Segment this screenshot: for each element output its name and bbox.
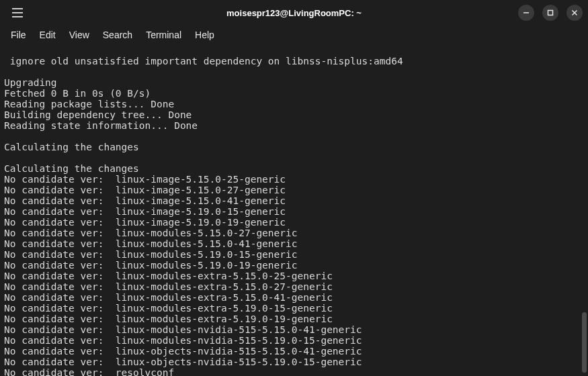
terminal-line: No candidate ver: linux-modules-5.19.0-1…: [4, 249, 584, 260]
terminal-line: ignore old unsatisfied important depende…: [4, 56, 584, 66]
terminal-line: Fetched 0 B in 0s (0 B/s): [4, 88, 584, 99]
menu-file[interactable]: File: [4, 27, 33, 43]
menu-search[interactable]: Search: [96, 27, 139, 43]
terminal-line: [4, 152, 584, 163]
terminal-line: Reading state information... Done: [4, 120, 584, 131]
terminal-line: Building dependency tree... Done: [4, 109, 584, 120]
terminal-line: No candidate ver: linux-modules-extra-5.…: [4, 271, 584, 281]
scrollbar-track[interactable]: [581, 44, 588, 376]
terminal-line: Upgrading: [4, 77, 584, 88]
svg-rect-1: [548, 11, 553, 15]
terminal-line: No candidate ver: linux-modules-extra-5.…: [4, 292, 584, 303]
titlebar: moisespr123@LivingRoomPC: ~: [0, 0, 588, 26]
maximize-button[interactable]: [542, 5, 558, 21]
terminal-line: No candidate ver: linux-image-5.15.0-25-…: [4, 174, 584, 185]
minimize-icon: [523, 9, 530, 16]
terminal-line: No candidate ver: linux-modules-extra-5.…: [4, 281, 584, 292]
terminal-line: No candidate ver: linux-modules-nvidia-5…: [4, 335, 584, 346]
terminal-line: No candidate ver: linux-image-5.15.0-27-…: [4, 185, 584, 195]
terminal-line: Reading package lists... Done: [4, 99, 584, 109]
terminal-line: Calculating the changes: [4, 163, 584, 174]
terminal-line: Calculating the changes: [4, 142, 584, 152]
menu-help[interactable]: Help: [188, 27, 221, 43]
terminal-line: No candidate ver: linux-objects-nvidia-5…: [4, 346, 584, 357]
close-icon: [571, 9, 578, 16]
terminal-line: No candidate ver: linux-image-5.15.0-41-…: [4, 195, 584, 206]
terminal-line: No candidate ver: linux-modules-5.15.0-2…: [4, 228, 584, 238]
terminal-line: No candidate ver: linux-objects-nvidia-5…: [4, 357, 584, 367]
terminal-line: No candidate ver: linux-modules-5.19.0-1…: [4, 260, 584, 271]
terminal-output[interactable]: ignore old unsatisfied important depende…: [0, 44, 588, 376]
maximize-icon: [547, 9, 554, 16]
menubar: File Edit View Search Terminal Help: [0, 26, 588, 44]
window-title: moisespr123@LivingRoomPC: ~: [226, 8, 362, 18]
menu-view[interactable]: View: [62, 27, 96, 43]
terminal-line: No candidate ver: linux-modules-extra-5.…: [4, 314, 584, 324]
terminal-line: [4, 66, 584, 77]
hamburger-menu-icon[interactable]: [8, 3, 27, 22]
window-controls: [518, 5, 583, 21]
terminal-line: No candidate ver: linux-modules-extra-5.…: [4, 303, 584, 314]
terminal-line: No candidate ver: linux-modules-5.15.0-4…: [4, 238, 584, 249]
terminal-line: [4, 131, 584, 142]
menu-terminal[interactable]: Terminal: [139, 27, 188, 43]
terminal-line: No candidate ver: linux-image-5.19.0-19-…: [4, 217, 584, 228]
terminal-line: No candidate ver: linux-modules-nvidia-5…: [4, 324, 584, 335]
menu-edit[interactable]: Edit: [33, 27, 62, 43]
terminal-line: No candidate ver: resolvconf: [4, 367, 584, 376]
close-button[interactable]: [566, 5, 583, 21]
minimize-button[interactable]: [518, 5, 534, 21]
terminal-line: No candidate ver: linux-image-5.19.0-15-…: [4, 206, 584, 217]
scrollbar-thumb[interactable]: [582, 312, 587, 373]
